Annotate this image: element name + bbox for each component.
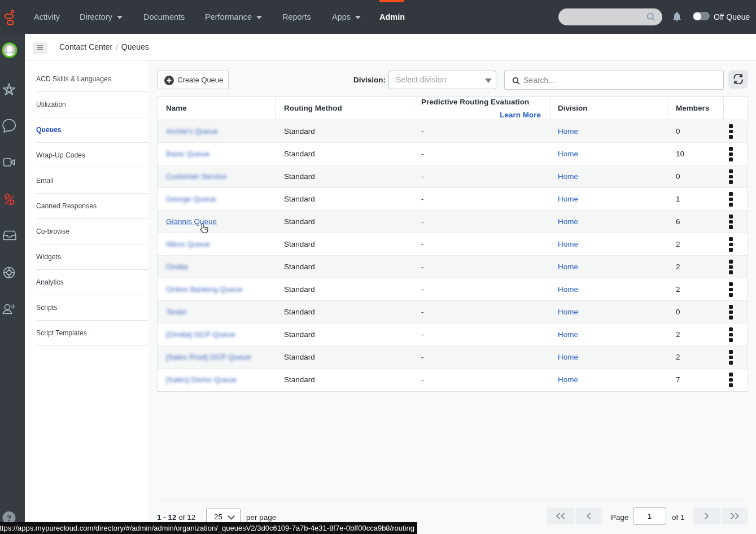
svg-text:?: ? [6,513,11,523]
